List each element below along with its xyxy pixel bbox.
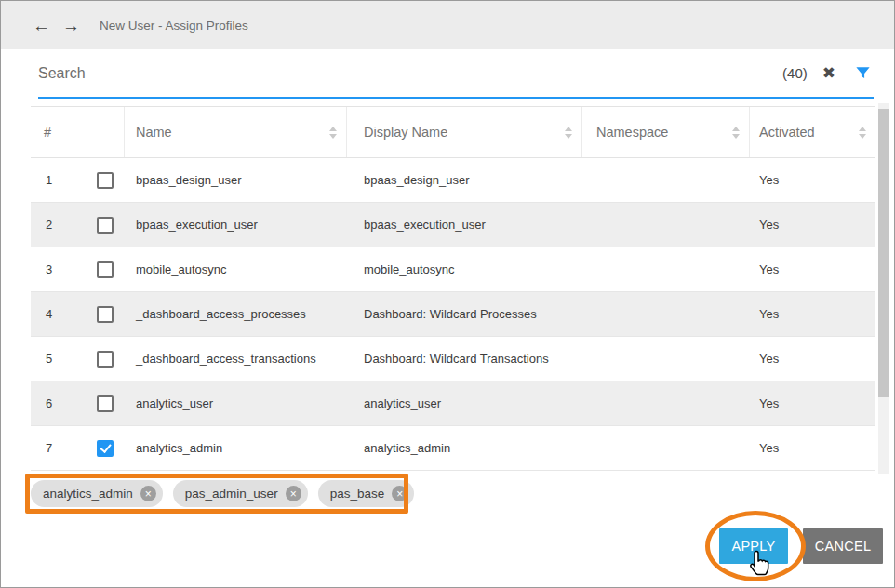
table-row[interactable]: 2 bpaas_execution_user bpaas_execution_u… [31,203,875,247]
cancel-button[interactable]: CANCEL [803,528,883,564]
row-number: 2 [46,218,52,232]
row-checkbox[interactable] [97,217,114,234]
search-input[interactable] [38,65,782,82]
sort-icon [859,127,866,139]
scrollbar-thumb[interactable] [878,109,889,397]
profile-chip: pas_base × [318,480,415,507]
table-row[interactable]: 6 analytics_user analytics_user Yes [31,381,875,426]
row-number: 1 [46,173,52,187]
column-header-number: # [31,107,125,157]
title-bar: ← → New User - Assign Profiles [1,1,894,49]
profile-chip: analytics_admin × [31,480,163,507]
apply-button[interactable]: APPLY [719,528,788,564]
result-count: (40) [782,65,808,81]
profiles-table: # Name Display Name Namespace Activated … [31,106,875,471]
cell-display-name: Dashboard: Wildcard Processes [347,307,582,321]
table-row[interactable]: 1 bpaas_design_user bpaas_design_user Ye… [31,158,875,203]
cell-activated: Yes [750,352,875,366]
row-number: 5 [46,352,52,366]
cell-display-name: bpaas_design_user [347,173,582,187]
chip-label: pas_base [330,487,385,501]
sort-icon [565,127,572,139]
cell-name: analytics_user [125,396,347,410]
cell-activated: Yes [750,262,875,276]
column-label: Display Name [364,125,448,140]
row-checkbox[interactable] [97,351,114,368]
cell-activated: Yes [750,441,875,455]
column-header-name[interactable]: Name [125,107,347,157]
column-header-namespace[interactable]: Namespace [582,107,750,157]
clear-search-icon[interactable]: ✖ [822,63,835,83]
column-label: Namespace [596,125,668,140]
row-checkbox[interactable] [97,261,114,278]
cell-display-name: bpaas_execution_user [347,218,582,232]
row-number: 3 [46,262,52,276]
cell-name: bpaas_design_user [125,173,347,187]
table-row[interactable]: 4 _dashboard_access_processes Dashboard:… [31,292,875,337]
sort-icon [732,127,740,139]
cell-display-name: Dashboard: Wildcard Transactions [347,352,582,366]
cell-name: _dashboard_access_transactions [125,352,347,366]
profile-chip: pas_admin_user × [173,480,308,507]
row-checkbox[interactable] [97,306,114,323]
cell-activated: Yes [750,307,875,321]
filter-icon[interactable] [854,64,872,82]
table-row[interactable]: 5 _dashboard_access_transactions Dashboa… [31,337,875,381]
cell-activated: Yes [750,396,875,410]
cell-display-name: mobile_autosync [347,262,582,276]
selected-profiles: analytics_admin × pas_admin_user × pas_b… [31,480,414,507]
chip-remove-icon[interactable]: × [140,486,156,501]
search-bar: (40) ✖ [38,49,874,99]
row-checkbox[interactable] [97,440,114,457]
cell-display-name: analytics_user [347,396,582,410]
row-number: 7 [46,441,52,455]
cell-activated: Yes [750,218,875,232]
cell-name: mobile_autosync [125,262,347,276]
column-header-activated[interactable]: Activated [750,107,875,157]
column-label: Name [136,125,172,140]
table-scrollbar[interactable] [878,103,889,474]
column-label: Activated [759,125,815,140]
table-header: # Name Display Name Namespace Activated [31,106,875,158]
row-number: 6 [46,396,52,410]
forward-icon[interactable]: → [62,17,80,34]
row-checkbox[interactable] [97,172,114,189]
cell-name: analytics_admin [125,441,347,455]
sort-icon [329,127,337,139]
chip-remove-icon[interactable]: × [392,486,407,501]
chip-remove-icon[interactable]: × [286,486,301,501]
cell-display-name: analytics_admin [347,441,582,455]
row-number: 4 [46,307,52,321]
back-icon[interactable]: ← [33,17,50,34]
row-checkbox[interactable] [97,395,114,412]
column-header-display-name[interactable]: Display Name [347,107,582,157]
dialog-actions: APPLY CANCEL [719,528,883,564]
table-row[interactable]: 7 analytics_admin analytics_admin Yes [31,426,875,471]
assign-profiles-dialog: ← → New User - Assign Profiles (40) ✖ # … [0,0,895,588]
cell-name: bpaas_execution_user [125,218,347,232]
page-title: New User - Assign Profiles [100,19,248,33]
chip-label: pas_admin_user [185,487,278,501]
cell-name: _dashboard_access_processes [125,307,347,321]
cell-activated: Yes [750,173,875,187]
column-label: # [44,125,51,140]
table-row[interactable]: 3 mobile_autosync mobile_autosync Yes [31,247,875,292]
chip-label: analytics_admin [43,487,133,501]
